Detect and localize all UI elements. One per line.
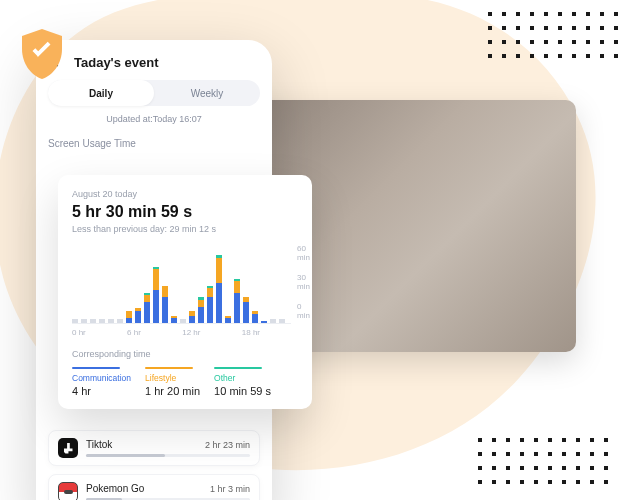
chart-bar — [243, 253, 249, 323]
y-tick: 60 min — [297, 244, 310, 262]
chart-bar — [144, 253, 150, 323]
y-tick: 0 min — [297, 302, 310, 320]
usage-delta: Less than previous day: 29 min 12 s — [72, 224, 298, 234]
app-name: Tiktok — [86, 439, 112, 450]
shield-check-icon — [14, 26, 70, 82]
chart-bar — [234, 253, 240, 323]
app-row-pokemon[interactable]: Pokemon Go 1 hr 3 min — [48, 474, 260, 500]
page-title: Taday's event — [74, 55, 159, 70]
chart-bar — [117, 253, 123, 323]
chart-bar — [261, 253, 267, 323]
chart-bar — [135, 253, 141, 323]
chart-bar — [225, 253, 231, 323]
chart-bar — [189, 253, 195, 323]
period-segmented-control[interactable]: Daily Weekly — [48, 80, 260, 106]
chart-bar — [252, 253, 258, 323]
tab-daily[interactable]: Daily — [48, 80, 154, 106]
decoration-dots-bottom — [478, 438, 610, 486]
chart-bar — [126, 253, 132, 323]
updated-label: Updated at:Today 16:07 — [48, 114, 260, 124]
category-communication: Communication 4 hr — [72, 367, 131, 397]
app-progress — [86, 454, 250, 457]
chart-bar — [153, 253, 159, 323]
chart-bar — [108, 253, 114, 323]
corresponding-label: Corresponding time — [72, 349, 298, 359]
app-row-tiktok[interactable]: Tiktok 2 hr 23 min — [48, 430, 260, 466]
chart-bar — [90, 253, 96, 323]
category-other: Other 10 min 59 s — [214, 367, 271, 397]
pokemon-icon — [58, 482, 78, 500]
section-label: Screen Usage Time — [48, 138, 260, 149]
x-tick: 0 hr — [72, 328, 86, 337]
chart-bar — [72, 253, 78, 323]
app-time: 1 hr 3 min — [210, 484, 250, 494]
x-tick: 6 hr — [127, 328, 141, 337]
chart-bar — [207, 253, 213, 323]
chart-bar — [81, 253, 87, 323]
chart-bar — [162, 253, 168, 323]
chart-bar — [180, 253, 186, 323]
usage-total: 5 hr 30 min 59 s — [72, 203, 298, 221]
chart-bar — [198, 253, 204, 323]
y-tick: 30 min — [297, 273, 310, 291]
chart-bar — [99, 253, 105, 323]
category-lifestyle: Lifestyle 1 hr 20 min — [145, 367, 200, 397]
app-time: 2 hr 23 min — [205, 440, 250, 450]
app-name: Pokemon Go — [86, 483, 144, 494]
x-tick: 12 hr — [182, 328, 200, 337]
usage-date: August 20 today — [72, 189, 298, 199]
usage-card: August 20 today 5 hr 30 min 59 s Less th… — [58, 175, 312, 409]
tiktok-icon — [58, 438, 78, 458]
tab-weekly[interactable]: Weekly — [154, 80, 260, 106]
x-tick: 18 hr — [242, 328, 260, 337]
usage-chart: 60 min 30 min 0 min — [72, 244, 298, 324]
chart-bar — [216, 253, 222, 323]
chart-bar — [270, 253, 276, 323]
chart-bar — [171, 253, 177, 323]
chart-bar — [279, 253, 285, 323]
decoration-dots-top — [488, 12, 620, 60]
